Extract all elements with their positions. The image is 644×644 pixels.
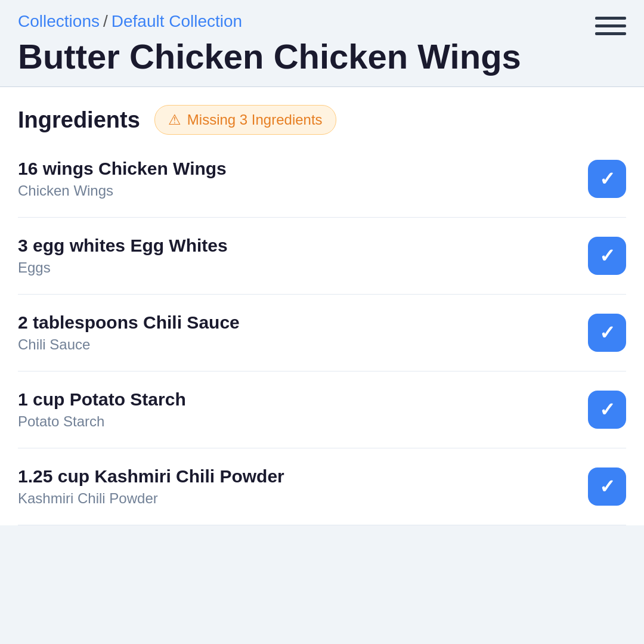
- ingredients-list: 16 wings Chicken Wings Chicken Wings ✓ 3…: [18, 141, 626, 525]
- list-item: 16 wings Chicken Wings Chicken Wings ✓: [18, 141, 626, 218]
- checkmark-icon: ✓: [599, 400, 615, 419]
- menu-bar-3: [595, 32, 626, 35]
- ingredient-info: 16 wings Chicken Wings Chicken Wings: [18, 159, 574, 199]
- checkmark-icon: ✓: [599, 169, 615, 188]
- check-button[interactable]: ✓: [588, 237, 626, 275]
- ingredient-category: Eggs: [18, 259, 574, 276]
- check-button[interactable]: ✓: [588, 314, 626, 352]
- checkmark-icon: ✓: [599, 323, 615, 342]
- breadcrumb: Collections / Default Collection: [18, 12, 626, 31]
- ingredient-category: Chili Sauce: [18, 336, 574, 353]
- ingredient-name: 1 cup Potato Starch: [18, 389, 574, 410]
- breadcrumb-current-link[interactable]: Default Collection: [112, 12, 242, 31]
- menu-bar-2: [595, 24, 626, 27]
- list-item: 1 cup Potato Starch Potato Starch ✓: [18, 371, 626, 448]
- menu-button[interactable]: [595, 17, 626, 35]
- breadcrumb-separator: /: [103, 12, 108, 31]
- ingredients-header: Ingredients ⚠ Missing 3 Ingredients: [18, 105, 626, 135]
- warning-icon: ⚠: [168, 112, 181, 128]
- menu-bar-1: [595, 17, 626, 20]
- check-button[interactable]: ✓: [588, 467, 626, 506]
- ingredient-name: 16 wings Chicken Wings: [18, 159, 574, 179]
- ingredient-category: Chicken Wings: [18, 182, 574, 199]
- ingredients-section: Ingredients ⚠ Missing 3 Ingredients 16 w…: [0, 87, 644, 525]
- ingredient-info: 3 egg whites Egg Whites Eggs: [18, 236, 574, 276]
- page-title: Butter Chicken Chicken Wings: [18, 37, 543, 77]
- checkmark-icon: ✓: [599, 477, 615, 496]
- list-item: 1.25 cup Kashmiri Chili Powder Kashmiri …: [18, 448, 626, 525]
- missing-text: Missing 3 Ingredients: [187, 112, 323, 128]
- check-button[interactable]: ✓: [588, 391, 626, 429]
- ingredient-name: 1.25 cup Kashmiri Chili Powder: [18, 466, 574, 487]
- missing-badge[interactable]: ⚠ Missing 3 Ingredients: [154, 105, 336, 135]
- ingredient-category: Potato Starch: [18, 413, 574, 430]
- ingredient-name: 3 egg whites Egg Whites: [18, 236, 574, 256]
- ingredient-info: 1 cup Potato Starch Potato Starch: [18, 389, 574, 430]
- ingredient-info: 1.25 cup Kashmiri Chili Powder Kashmiri …: [18, 466, 574, 507]
- check-button[interactable]: ✓: [588, 160, 626, 198]
- checkmark-icon: ✓: [599, 246, 615, 265]
- ingredients-title: Ingredients: [18, 107, 140, 133]
- breadcrumb-collections-link[interactable]: Collections: [18, 12, 100, 31]
- header: Collections / Default Collection Butter …: [0, 0, 644, 86]
- list-item: 3 egg whites Egg Whites Eggs ✓: [18, 218, 626, 295]
- list-item: 2 tablespoons Chili Sauce Chili Sauce ✓: [18, 295, 626, 371]
- ingredient-category: Kashmiri Chili Powder: [18, 490, 574, 507]
- ingredient-info: 2 tablespoons Chili Sauce Chili Sauce: [18, 312, 574, 353]
- ingredient-name: 2 tablespoons Chili Sauce: [18, 312, 574, 333]
